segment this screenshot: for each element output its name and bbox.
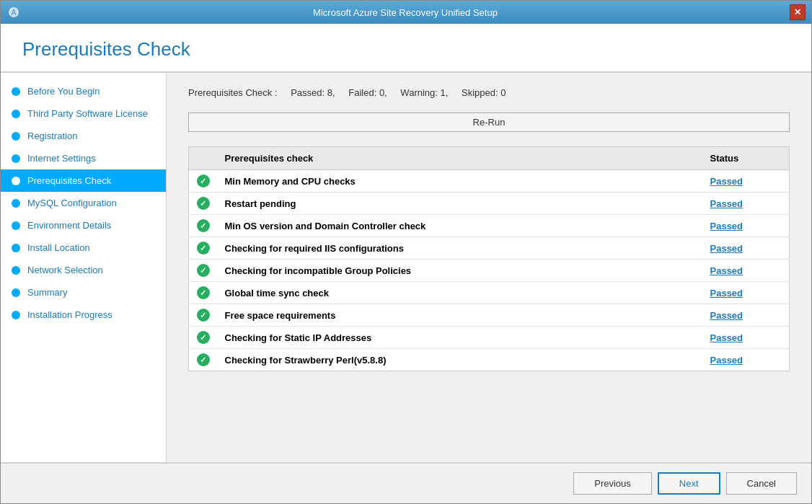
check-status-cell[interactable]: Passed	[703, 193, 790, 215]
status-passed-link[interactable]: Passed	[710, 243, 743, 254]
sidebar: Before You BeginThird Party Software Lic…	[1, 73, 167, 462]
check-passed-icon: ✓	[197, 353, 210, 366]
status-passed-link[interactable]: Passed	[710, 265, 743, 276]
status-passed-link[interactable]: Passed	[710, 332, 743, 343]
table-row: ✓Checking for Static IP AddressesPassed	[189, 327, 790, 349]
cancel-button[interactable]: Cancel	[726, 472, 797, 495]
sidebar-label-mysql-configuration: MySQL Configuration	[27, 198, 117, 208]
sidebar-item-install-location[interactable]: Install Location	[1, 236, 166, 259]
check-icon-cell: ✓	[189, 193, 218, 215]
sidebar-label-before-you-begin: Before You Begin	[27, 86, 100, 97]
sidebar-dot-mysql-configuration	[12, 199, 20, 208]
check-name-cell: Checking for required IIS configurations	[218, 237, 703, 260]
summary-label: Prerequisites Check :	[188, 87, 278, 98]
status-passed-link[interactable]: Passed	[710, 288, 743, 299]
status-passed-link[interactable]: Passed	[710, 198, 743, 209]
check-icon-cell: ✓	[189, 260, 218, 282]
col-check-header: Prerequisites check	[218, 147, 703, 170]
sidebar-dot-environment-details	[12, 221, 20, 230]
main-window: A Microsoft Azure Site Recovery Unified …	[0, 0, 812, 504]
sidebar-label-environment-details: Environment Details	[27, 220, 111, 231]
page-title: Prerequisites Check	[22, 38, 790, 61]
titlebar-icon: A	[6, 5, 21, 19]
sidebar-item-installation-progress[interactable]: Installation Progress	[1, 304, 166, 326]
check-name-cell: Checking for Static IP Addresses	[218, 327, 703, 349]
check-passed-icon: ✓	[197, 219, 210, 232]
summary-line: Prerequisites Check : Passed: 8, Failed:…	[188, 87, 790, 98]
table-row: ✓Free space requirementsPassed	[189, 304, 790, 327]
previous-button[interactable]: Previous	[573, 472, 652, 495]
sidebar-dot-internet-settings	[12, 154, 20, 163]
sidebar-label-summary: Summary	[27, 287, 68, 298]
sidebar-label-internet-settings: Internet Settings	[27, 153, 96, 164]
sidebar-dot-third-party-software	[12, 110, 20, 118]
check-passed-icon: ✓	[197, 264, 210, 277]
check-name-cell: Free space requirements	[218, 304, 703, 327]
check-icon-cell: ✓	[189, 327, 218, 349]
table-row: ✓Min OS version and Domain Controller ch…	[189, 215, 790, 237]
check-status-cell[interactable]: Passed	[703, 282, 790, 304]
check-name-cell: Min OS version and Domain Controller che…	[218, 215, 703, 237]
sidebar-dot-before-you-begin	[12, 87, 20, 96]
sidebar-item-third-party-software[interactable]: Third Party Software License	[1, 102, 166, 125]
main-content: Prerequisites Check : Passed: 8, Failed:…	[167, 73, 811, 462]
check-icon-cell: ✓	[189, 215, 218, 237]
col-status-header: Status	[703, 147, 790, 170]
passed-count: Passed: 8,	[291, 87, 335, 98]
titlebar: A Microsoft Azure Site Recovery Unified …	[1, 1, 811, 24]
sidebar-item-mysql-configuration[interactable]: MySQL Configuration	[1, 192, 166, 214]
status-passed-link[interactable]: Passed	[710, 176, 743, 187]
check-passed-icon: ✓	[197, 197, 210, 210]
check-name-cell: Global time sync check	[218, 282, 703, 304]
table-row: ✓Min Memory and CPU checksPassed	[189, 170, 790, 193]
check-status-cell[interactable]: Passed	[703, 215, 790, 237]
status-passed-link[interactable]: Passed	[710, 221, 743, 231]
sidebar-item-network-selection[interactable]: Network Selection	[1, 259, 166, 281]
svg-text:A: A	[12, 9, 17, 17]
sidebar-dot-installation-progress	[12, 311, 20, 319]
check-name-cell: Min Memory and CPU checks	[218, 170, 703, 193]
sidebar-item-before-you-begin[interactable]: Before You Begin	[1, 80, 166, 102]
check-status-cell[interactable]: Passed	[703, 349, 790, 371]
sidebar-item-internet-settings[interactable]: Internet Settings	[1, 147, 166, 169]
check-passed-icon: ✓	[197, 242, 210, 255]
check-icon-cell: ✓	[189, 282, 218, 304]
check-icon-cell: ✓	[189, 170, 218, 193]
warning-count: Warning: 1,	[400, 87, 448, 98]
check-name-cell: Checking for Strawberry Perl(v5.8.8)	[218, 349, 703, 371]
sidebar-label-registration: Registration	[27, 131, 77, 141]
next-button[interactable]: Next	[658, 472, 720, 495]
failed-count: Failed: 0,	[348, 87, 387, 98]
check-status-cell[interactable]: Passed	[703, 170, 790, 193]
check-status-cell[interactable]: Passed	[703, 327, 790, 349]
window-title: Microsoft Azure Site Recovery Unified Se…	[21, 7, 790, 18]
sidebar-item-registration[interactable]: Registration	[1, 125, 166, 147]
sidebar-dot-prerequisites-check	[12, 177, 20, 185]
sidebar-label-installation-progress: Installation Progress	[27, 309, 112, 320]
sidebar-label-third-party-software: Third Party Software License	[27, 108, 148, 119]
status-passed-link[interactable]: Passed	[710, 355, 743, 366]
sidebar-item-summary[interactable]: Summary	[1, 281, 166, 304]
check-passed-icon: ✓	[197, 309, 210, 322]
status-passed-link[interactable]: Passed	[710, 310, 743, 321]
check-table: Prerequisites check Status ✓Min Memory a…	[188, 146, 790, 371]
check-passed-icon: ✓	[197, 286, 210, 299]
sidebar-label-install-location: Install Location	[27, 242, 90, 253]
sidebar-item-environment-details[interactable]: Environment Details	[1, 214, 166, 236]
check-status-cell[interactable]: Passed	[703, 237, 790, 260]
skipped-count: Skipped: 0	[462, 87, 506, 98]
check-status-cell[interactable]: Passed	[703, 260, 790, 282]
table-row: ✓Checking for incompatible Group Policie…	[189, 260, 790, 282]
sidebar-label-prerequisites-check: Prerequisites Check	[27, 175, 111, 186]
sidebar-item-prerequisites-check[interactable]: Prerequisites Check	[1, 169, 166, 192]
close-button[interactable]: ✕	[790, 4, 806, 20]
check-status-cell[interactable]: Passed	[703, 304, 790, 327]
check-icon-cell: ✓	[189, 304, 218, 327]
rerun-button[interactable]: Re-Run	[188, 112, 790, 132]
check-icon-cell: ✓	[189, 237, 218, 260]
content-area: Before You BeginThird Party Software Lic…	[1, 73, 811, 462]
table-row: ✓Checking for Strawberry Perl(v5.8.8)Pas…	[189, 349, 790, 371]
check-name-cell: Restart pending	[218, 193, 703, 215]
check-passed-icon: ✓	[197, 331, 210, 344]
sidebar-dot-install-location	[12, 244, 20, 252]
